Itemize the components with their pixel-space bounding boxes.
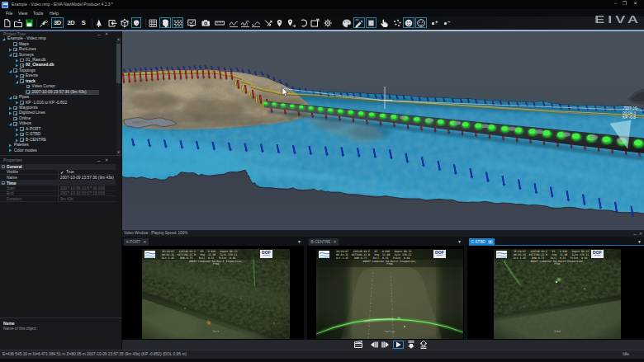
cube-3d-icon[interactable] <box>119 17 130 28</box>
pointer-icon[interactable] <box>94 17 104 28</box>
tree-collapsed-icon[interactable] <box>15 128 19 132</box>
scatter-points-icon[interactable] <box>391 17 402 28</box>
tree-scrollbar[interactable]: ▲ ▼ <box>116 37 121 155</box>
tree-checkbox[interactable]: ✓ <box>20 74 24 78</box>
close-tab-icon[interactable]: ✕ <box>143 240 146 244</box>
tree-collapsed-icon[interactable] <box>15 139 19 143</box>
tree-checkbox[interactable]: ✓ <box>26 90 31 94</box>
open-project-icon[interactable] <box>13 17 23 28</box>
digitize-pen-icon[interactable] <box>353 17 365 28</box>
palette-icon[interactable] <box>340 17 353 28</box>
minimize-button[interactable]: – <box>612 1 619 7</box>
tree-collapsed-icon[interactable] <box>15 59 19 63</box>
tree-checkbox[interactable]: ✓ <box>20 79 24 83</box>
tree-collapsed-icon[interactable] <box>15 63 19 68</box>
tab-list-dropdown-icon[interactable]: ▼ <box>457 239 462 244</box>
pin-icon[interactable]: ⚊ <box>97 157 102 162</box>
video-feed-c-stbd[interactable]: 16/10/07 436148.09 E KP -0.846 Depth 80.… <box>494 249 621 339</box>
tree-checkbox[interactable]: ✓ <box>13 53 17 57</box>
node-add-icon[interactable] <box>429 17 439 28</box>
tree-collapsed-icon[interactable] <box>15 133 19 137</box>
video-feed-b-centre[interactable]: 16/10/07 436148.09 E KP -0.846 Depth 80.… <box>316 249 463 339</box>
profile-3-icon[interactable] <box>250 17 261 28</box>
fill-square-icon[interactable] <box>366 17 376 28</box>
import-view-icon[interactable] <box>107 17 117 28</box>
tree-checkbox[interactable]: ✓ <box>13 106 17 110</box>
profile-1-icon[interactable] <box>228 17 239 28</box>
smooth-surface-icon[interactable] <box>131 17 141 28</box>
close-button[interactable]: ✕ <box>632 1 639 7</box>
scroll-up-icon[interactable]: ▲ <box>116 37 121 42</box>
coastline-icon[interactable] <box>159 17 171 28</box>
node-remove-icon[interactable] <box>441 17 452 28</box>
scroll-down-icon[interactable]: ▼ <box>116 150 121 155</box>
waypoint-icon[interactable] <box>275 17 284 28</box>
tab-list-dropdown-icon[interactable]: ▼ <box>637 239 642 244</box>
smiley-a-icon[interactable] <box>403 17 414 28</box>
tree-expanded-icon[interactable] <box>15 80 19 84</box>
cross-arrows-icon[interactable] <box>263 17 274 28</box>
panel-splitter[interactable] <box>0 155 121 156</box>
video-feed-a-port[interactable]: 16/10/07 436148.09 E KP -0.846 Depth 80.… <box>142 249 290 339</box>
tree-checkbox[interactable]: ✓ <box>13 122 17 126</box>
tab-list-dropdown-icon[interactable]: ▼ <box>296 239 302 244</box>
play-button[interactable] <box>393 341 404 350</box>
connect-icon[interactable] <box>37 17 50 28</box>
pick-hand-icon[interactable] <box>378 17 390 28</box>
tree-checkbox[interactable]: ✓ <box>20 63 24 68</box>
settings-gear-icon[interactable] <box>322 17 334 28</box>
tree-checkbox[interactable]: ✓ <box>13 68 17 73</box>
collapse-icon[interactable]: – <box>2 181 5 185</box>
movie-clapper-button[interactable] <box>353 341 364 350</box>
video-tab-a-port[interactable]: A-PORT✕ <box>124 238 149 247</box>
profile-2-icon[interactable] <box>239 17 250 28</box>
tree-checkbox[interactable] <box>20 59 24 63</box>
tree-checkbox[interactable]: ✓ <box>20 101 24 105</box>
ruler-icon[interactable] <box>214 17 225 28</box>
view-s-button[interactable]: S <box>78 17 88 28</box>
hatch-layer-icon[interactable] <box>172 17 183 28</box>
smiley-b-icon[interactable] <box>415 17 427 28</box>
tree-expanded-icon[interactable] <box>8 96 12 100</box>
arc-tool-icon[interactable] <box>299 17 309 28</box>
new-project-icon[interactable] <box>2 17 12 28</box>
tree-collapsed-icon[interactable] <box>8 148 12 153</box>
tree-collapsed-icon[interactable] <box>8 106 12 110</box>
tree-expanded-icon[interactable] <box>2 37 6 41</box>
tree-checkbox[interactable]: ✓ <box>13 48 17 52</box>
tree-checkbox[interactable]: ✓ <box>20 138 24 142</box>
tree-checkbox[interactable]: ✓ <box>26 85 31 89</box>
view-3d-button[interactable]: 3D <box>51 17 64 28</box>
grid-icon[interactable] <box>147 17 158 28</box>
speed-up-button[interactable] <box>419 341 429 350</box>
monitor-check-icon[interactable] <box>186 17 197 28</box>
save-icon[interactable] <box>25 17 34 28</box>
step-forward-button[interactable] <box>380 341 392 350</box>
property-row-duration[interactable]: Duration9m 43s <box>0 196 116 202</box>
restore-button[interactable]: ❐ <box>621 1 628 7</box>
close-panel-icon[interactable]: ✕ <box>638 231 643 236</box>
tree-collapsed-icon[interactable] <box>15 101 19 105</box>
select-rect-icon[interactable] <box>310 17 320 28</box>
tree-collapsed-icon[interactable] <box>8 111 12 115</box>
view-2d-button[interactable]: 2D <box>65 17 77 28</box>
tree-checkbox[interactable]: ✓ <box>13 96 17 100</box>
tree-checkbox[interactable]: ✓ <box>13 117 17 121</box>
scrollbar-thumb[interactable] <box>116 44 121 83</box>
tree-checkbox[interactable]: ✓ <box>20 127 24 131</box>
close-tab-icon[interactable]: ✕ <box>488 240 493 244</box>
tree-collapsed-icon[interactable] <box>8 143 12 148</box>
tree-checkbox[interactable]: ✓ <box>13 111 17 115</box>
tree-expanded-icon[interactable] <box>8 122 12 126</box>
tree-collapsed-icon[interactable] <box>15 74 19 78</box>
tree-checkbox[interactable]: ✓ <box>13 42 17 46</box>
pin-icon[interactable]: ⚊ <box>632 231 637 236</box>
close-panel-icon[interactable]: ✕ <box>104 157 109 162</box>
waypoint-arrow-icon[interactable] <box>286 17 297 28</box>
tree-expanded-icon[interactable] <box>8 69 12 73</box>
speed-down-button[interactable] <box>406 341 416 350</box>
tree-expanded-icon[interactable] <box>8 53 12 57</box>
tree-item-color-modes[interactable]: Color modes <box>0 148 116 153</box>
video-tab-b-centre[interactable]: B-CENTRE✕ <box>309 238 339 247</box>
step-back-button[interactable] <box>367 341 379 350</box>
